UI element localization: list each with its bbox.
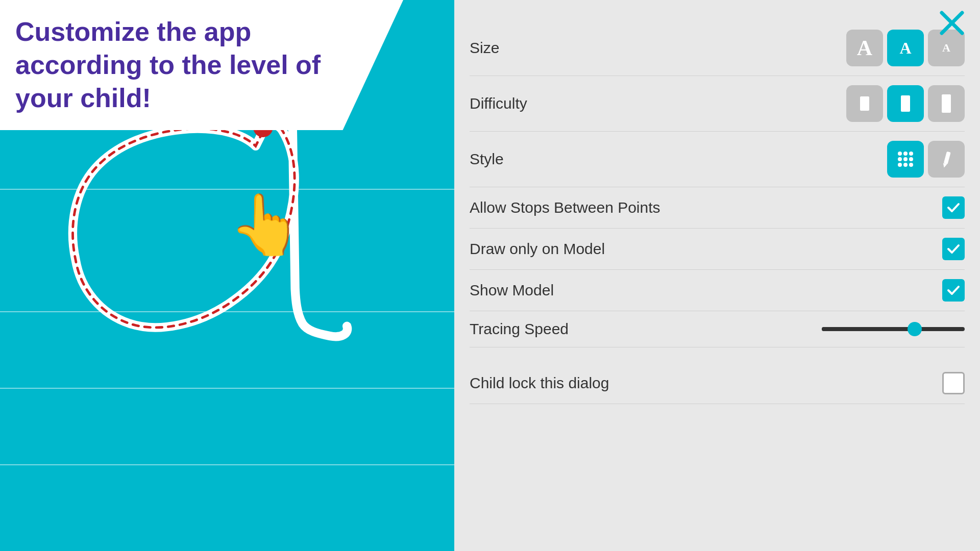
- difficulty-row: Difficulty: [470, 76, 965, 132]
- dots-icon: [896, 149, 915, 169]
- writing-line-3: [0, 388, 454, 389]
- svg-point-9: [898, 163, 902, 167]
- style-btn-pencil[interactable]: [928, 141, 965, 178]
- difficulty-btn-group: [846, 85, 965, 122]
- title-text: Customize the app according to the level…: [15, 15, 383, 115]
- draw-on-model-label: Draw only on Model: [470, 240, 605, 258]
- allow-stops-checkbox[interactable]: [942, 196, 965, 219]
- size-row: Size A A A: [470, 20, 965, 76]
- spacer-row: [470, 347, 965, 363]
- style-row: Style: [470, 132, 965, 187]
- title-box: Customize the app according to the level…: [0, 0, 403, 130]
- tracing-speed-label: Tracing Speed: [470, 320, 569, 338]
- right-panel: Size A A A Difficulty: [454, 0, 980, 551]
- svg-point-7: [903, 157, 908, 161]
- svg-point-3: [898, 152, 902, 156]
- draw-on-model-row: Draw only on Model: [470, 229, 965, 270]
- hand-pointer: 👆: [229, 190, 303, 260]
- style-label: Style: [470, 151, 504, 168]
- difficulty-btn-low[interactable]: [846, 85, 883, 122]
- size-btn-medium[interactable]: A: [887, 30, 924, 66]
- style-btn-group: [887, 141, 965, 178]
- settings-content: Size A A A Difficulty: [470, 20, 965, 404]
- svg-point-10: [903, 163, 908, 167]
- difficulty-btn-high[interactable]: [928, 85, 965, 122]
- size-btn-large[interactable]: A: [846, 30, 883, 66]
- child-lock-checkbox[interactable]: [942, 372, 965, 394]
- child-lock-row: Child lock this dialog: [470, 363, 965, 404]
- writing-line-4: [0, 464, 454, 465]
- draw-on-model-checkbox[interactable]: [942, 238, 965, 260]
- show-model-label: Show Model: [470, 282, 554, 299]
- tracing-speed-slider-container: [822, 327, 965, 331]
- svg-point-4: [903, 152, 908, 156]
- style-btn-dots[interactable]: [887, 141, 924, 178]
- cursive-letter-svg: ← 👆: [15, 92, 373, 388]
- letter-container: ← 👆: [15, 92, 373, 388]
- child-lock-label: Child lock this dialog: [470, 374, 609, 392]
- pencil-icon: [938, 151, 955, 168]
- close-button[interactable]: [937, 8, 967, 38]
- show-model-checkbox[interactable]: [942, 279, 965, 302]
- show-model-row: Show Model: [470, 270, 965, 311]
- tracing-speed-row: Tracing Speed: [470, 311, 965, 347]
- svg-point-5: [909, 152, 913, 156]
- allow-stops-row: Allow Stops Between Points: [470, 187, 965, 229]
- slider-thumb[interactable]: [908, 322, 922, 336]
- size-label: Size: [470, 39, 499, 57]
- difficulty-label: Difficulty: [470, 95, 527, 112]
- allow-stops-label: Allow Stops Between Points: [470, 199, 660, 216]
- svg-point-11: [909, 163, 913, 167]
- svg-point-8: [909, 157, 913, 161]
- svg-point-6: [898, 157, 902, 161]
- left-panel: Customize the app according to the level…: [0, 0, 454, 551]
- slider-fill: [822, 327, 915, 331]
- svg-rect-12: [944, 152, 951, 164]
- difficulty-btn-medium[interactable]: [887, 85, 924, 122]
- slider-track: [822, 327, 965, 331]
